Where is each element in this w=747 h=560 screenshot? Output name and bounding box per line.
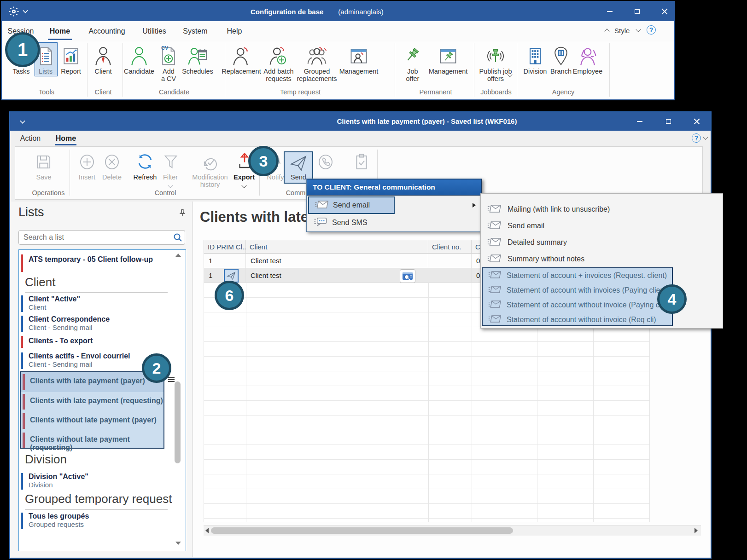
email-icon [487,204,501,215]
submenu-item-statement-without-invoice-paying[interactable]: Statement of account without invoice (Pa… [483,298,672,312]
tab-action[interactable]: Action [19,131,41,146]
ribbon-button-schedules[interactable]: Schedules [178,44,217,75]
ribbon-button-perm-management[interactable]: Management [429,44,467,75]
menu-item-send-email[interactable]: Send email [308,196,395,214]
list-item-late-payer[interactable]: Clients with late payment (payer) [21,372,163,392]
submenu-item-summary-without-notes[interactable]: Summary without notes [481,251,723,267]
window2-quick-access-icon[interactable] [20,118,25,123]
submenu-item-statement-without-invoice-req[interactable]: Statement of account without invoice (Re… [483,312,672,327]
search-input[interactable] [18,230,185,245]
send-label: Send [291,173,306,181]
sidebar-scroll-up[interactable] [175,254,181,257]
ribbon-button-grouped-replacements[interactable]: Grouped replacements [296,44,338,82]
schedules-icon [187,44,208,66]
help-icon[interactable]: ? [647,25,656,35]
menu-item-send-sms[interactable]: Send SMS [308,215,480,230]
cell-r1-id[interactable]: 1 [204,254,246,268]
collapse-ribbon-icon[interactable] [604,29,609,34]
window1-tabrow: Session Home Accounting Utilities System… [2,21,674,41]
insert-label: Insert [79,173,95,181]
list-item-clients-to-export[interactable]: Clients - To export [19,335,164,348]
list-item-nolate-requesting[interactable]: Clients without late payment (requesting… [21,431,163,450]
hscroll-left-arrow[interactable] [205,528,209,533]
window-configuration: Configuration de base (adminanglais) Ses… [1,1,675,100]
window1-maximize-button[interactable] [626,2,648,21]
style-chevron-icon[interactable] [636,27,641,32]
insert-button[interactable] [75,152,99,187]
list-item-division-active[interactable]: Division "Active" Division [19,473,164,491]
tab-system[interactable]: System [183,21,208,41]
list-item-late-requesting[interactable]: Clients with late payment (requesting) [21,392,163,411]
delete-button[interactable] [100,152,124,187]
modification-history-icon [195,165,220,173]
col-header-client[interactable]: Client [246,240,428,254]
publish-job-offers-icon [485,44,506,66]
pin-icon[interactable] [179,209,186,219]
sidebar-scroll-down[interactable] [175,542,181,545]
search-icon[interactable] [173,233,182,244]
window1-minimize-button[interactable] [599,2,620,21]
row-preview-icon[interactable] [400,269,415,283]
submenu-item-mailing[interactable]: Mailing (with link to unsuscribe) [481,201,723,218]
selected-lists-block: Clients with late payment (payer) Client… [20,371,164,449]
cell-r2-clientno[interactable] [428,268,472,283]
w2-help-chevron-icon[interactable] [703,134,708,139]
ribbon-button-add-batch-requests[interactable]: Add batch requests [259,44,298,82]
gear-icon[interactable] [8,6,19,19]
col-header-id[interactable]: ID PRIM Cl... [204,240,246,254]
window1-close-button[interactable] [654,2,675,21]
hscroll-right-arrow[interactable] [694,528,698,533]
clipboard-check-icon [350,165,371,173]
save-icon [31,165,53,173]
list-item-menu-icon[interactable] [168,377,175,382]
sidebar-header: Lists [18,205,44,219]
tab-utilities[interactable]: Utilities [141,21,167,41]
window1-titlebar: Configuration de base (adminanglais) [2,2,674,21]
filter-label: Filter [163,173,178,181]
sidebar-scroll-thumb[interactable] [175,381,181,463]
quick-access-chevron-icon[interactable] [23,8,28,13]
w2-help-icon[interactable]: ? [692,133,701,143]
list-item-ats[interactable]: ATS temporary - 05 Client follow-up [19,254,164,273]
email-icon [487,221,501,231]
refresh-button[interactable] [132,151,158,187]
cell-r1-clientno[interactable] [428,254,472,268]
cell-r1-client[interactable]: Client test [246,254,428,268]
delete-icon [100,165,122,173]
list-item-client-correspondence[interactable]: Client Correspondence Client - Sending m… [19,315,164,334]
window2-maximize-button[interactable] [658,112,679,131]
ribbon-button-replacement[interactable]: Replacement [221,44,262,75]
list-item-tous-les-groupes[interactable]: Tous les groupés Grouped requests [19,512,164,531]
tab-help[interactable]: Help [226,21,243,41]
to-client-context-menu: TO CLIENT: General communication Send em… [306,179,482,232]
submenu-item-statement-with-invoices[interactable]: Statement of account with invoices (Payi… [483,283,672,298]
perm-management-icon [438,44,458,66]
tab-accounting[interactable]: Accounting [88,21,126,41]
list-item-nolate-payer[interactable]: Clients without late payment (payer) [21,411,163,431]
lists-listbox: ATS temporary - 05 Client follow-up Clie… [18,249,186,551]
submenu-item-statement-plus-invoices[interactable]: Statement of account + invoices (Request… [483,268,672,283]
grouped-replacements-icon [306,44,327,66]
window2-minimize-button[interactable] [629,112,650,131]
annotation-badge-1: 1 [5,32,40,67]
submenu-item-detailed-summary[interactable]: Detailed summary [481,234,723,251]
ribbon-button-client[interactable]: Client [84,44,123,75]
col-header-clientno[interactable]: Client no. [428,240,472,254]
group-label-temp-request: Temp request [280,88,321,96]
submenu-item-send-email[interactable]: Send email [481,218,723,234]
ribbon-button-job-offer[interactable]: Job offer [393,44,432,82]
ribbon-button-employee[interactable]: Employee [568,44,607,75]
annotation-badge-3: 3 [248,146,279,176]
style-label[interactable]: Style [614,27,630,35]
save-button[interactable] [31,152,57,187]
section-division: Division [25,452,67,467]
table-hscrollbar[interactable] [204,525,701,536]
window1-ribbon: Tasks Lists Report Client Candidate CV A… [2,41,674,99]
hscroll-thumb[interactable] [211,527,513,534]
window2-close-button[interactable] [686,112,707,131]
ribbon-button-temp-management[interactable]: Management [339,44,378,75]
modification-history-label: Modification history [192,173,228,188]
add-cv-icon: CV [158,44,179,66]
job-offer-icon [403,44,423,66]
list-item-client-active[interactable]: Client "Active" Client [19,295,164,313]
